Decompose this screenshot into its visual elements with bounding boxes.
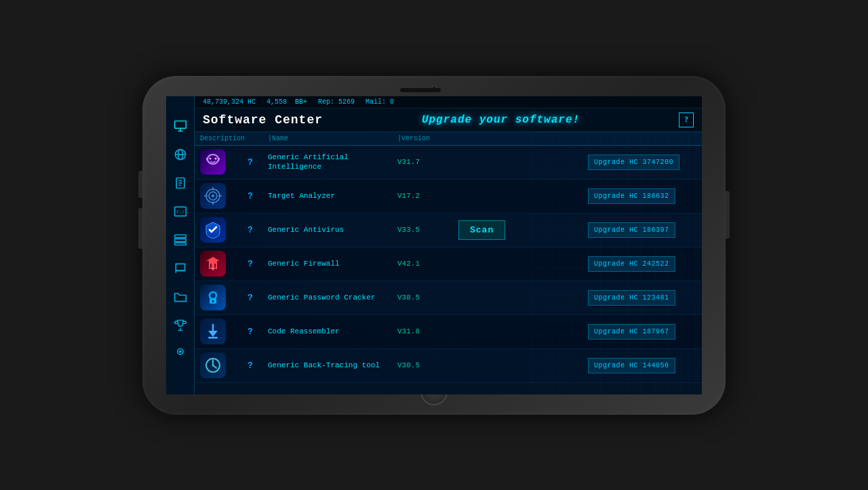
svg-point-20 xyxy=(215,158,217,160)
bb-balance: 4,558 BB+ xyxy=(267,98,307,106)
help-icon-firewall[interactable]: ? xyxy=(248,258,268,270)
software-table: Description |Name |Version xyxy=(195,132,702,394)
table-header: Description |Name |Version xyxy=(195,132,702,146)
upgrade-col-password: Upgrade HC 123481 xyxy=(588,290,696,306)
phone-frame: C:/ 48,739,324 HC 4,558 BB+ Rep: 5269 Ma… xyxy=(142,76,726,415)
chat-icon[interactable] xyxy=(171,259,190,278)
col-upgrade xyxy=(588,135,696,142)
table-row: ? Generic Firewall V42.1 Upgrade HC 2425… xyxy=(195,247,702,281)
software-icon-firewall xyxy=(200,251,226,277)
software-name-backtrace: Generic Back-Tracing tool xyxy=(268,361,397,370)
table-row: ? Target Analyzer V17.2 Upgrade HC 18663… xyxy=(195,180,702,213)
software-version-backtrace: V30.5 xyxy=(397,361,458,369)
scan-button-antivirus[interactable]: Scan xyxy=(458,220,505,240)
status-bar: 48,739,324 HC 4,558 BB+ Rep: 5269 Mail: … xyxy=(195,96,702,108)
mail-value: Mail: 0 xyxy=(366,98,394,106)
header-tagline: Upgrade your software! xyxy=(422,114,580,126)
upgrade-button-ai[interactable]: Upgrade HC 3747200 xyxy=(588,155,679,170)
upgrade-col-antivirus: Upgrade HC 186397 xyxy=(588,222,696,238)
svg-rect-0 xyxy=(174,121,186,128)
software-name-reassembler: Code Reassembler xyxy=(268,327,397,336)
help-icon-password[interactable]: ? xyxy=(248,291,268,304)
upgrade-button-backtrace[interactable]: Upgrade HC 144056 xyxy=(588,358,675,373)
svg-rect-12 xyxy=(174,234,186,237)
help-icon-reassembler[interactable]: ? xyxy=(248,325,268,338)
table-row: ? Generic Back-Tracing tool V30.5 Upgrad… xyxy=(195,349,702,383)
software-version-password: V38.5 xyxy=(397,293,458,302)
upgrade-col-reassembler: Upgrade HC 187967 xyxy=(588,324,696,340)
upgrade-button-antivirus[interactable]: Upgrade HC 186397 xyxy=(588,222,675,238)
globe-icon[interactable] xyxy=(171,145,190,164)
upgrade-col-backtrace: Upgrade HC 144056 xyxy=(588,358,696,373)
action-col-antivirus: Scan xyxy=(458,220,588,240)
software-version-antivirus: V33.5 xyxy=(397,226,458,234)
table-row: ? Code Reassembler V31.8 Upgrade HC 1879… xyxy=(195,315,702,349)
svg-rect-34 xyxy=(212,300,214,302)
col-help xyxy=(248,135,268,142)
speaker xyxy=(400,88,441,92)
help-icon-ai[interactable]: ? xyxy=(248,156,268,168)
col-description: Description xyxy=(200,135,248,142)
help-icon-target[interactable]: ? xyxy=(248,190,268,202)
table-row: ? Generic Artificial Intelligence V31.7 … xyxy=(195,146,702,180)
col-name: |Name xyxy=(268,135,397,142)
rep-value: Rep: 5269 xyxy=(318,98,355,106)
help-icon-backtrace[interactable]: ? xyxy=(248,359,268,371)
col-version: |Version xyxy=(397,135,458,142)
software-name-firewall: Generic Firewall xyxy=(268,259,397,268)
svg-rect-14 xyxy=(174,243,186,245)
server-icon[interactable] xyxy=(171,230,190,249)
col-action xyxy=(458,135,588,142)
help-button[interactable]: ? xyxy=(679,113,694,127)
clipboard-icon[interactable] xyxy=(171,173,190,192)
terminal-icon[interactable]: C:/ xyxy=(171,202,190,221)
svg-point-41 xyxy=(212,365,214,367)
upgrade-button-password[interactable]: Upgrade HC 123481 xyxy=(588,290,675,306)
software-name-ai: Generic Artificial Intelligence xyxy=(268,152,397,172)
svg-point-19 xyxy=(210,158,212,160)
hacker-icon[interactable] xyxy=(171,344,190,363)
software-icon-target xyxy=(200,183,226,209)
table-row: ? Generic Password Cracker V38.5 Upgrade… xyxy=(195,281,702,315)
software-name-antivirus: Generic Antivirus xyxy=(268,225,397,234)
upgrade-col-target: Upgrade HC 186632 xyxy=(588,188,696,204)
software-version-reassembler: V31.8 xyxy=(397,327,458,335)
software-icon-backtrace xyxy=(200,352,226,378)
software-rows: ? Generic Artificial Intelligence V31.7 … xyxy=(195,146,702,383)
volume-up-button[interactable] xyxy=(138,171,142,198)
software-version-target: V17.2 xyxy=(397,192,458,200)
upgrade-col-firewall: Upgrade HC 242522 xyxy=(588,256,696,272)
upgrade-col-ai: Upgrade HC 3747200 xyxy=(588,155,696,170)
software-name-target: Target Analyzer xyxy=(268,191,397,201)
header: Software Center Upgrade your software! ? xyxy=(195,108,702,132)
svg-rect-31 xyxy=(201,285,225,310)
software-icon-password xyxy=(200,285,226,310)
svg-rect-36 xyxy=(208,337,218,339)
trophy-icon[interactable] xyxy=(171,316,190,335)
software-version-ai: V31.7 xyxy=(397,158,458,166)
hc-balance: 48,739,324 HC xyxy=(203,98,256,106)
page-title: Software Center xyxy=(203,113,323,127)
software-name-password: Generic Password Cracker xyxy=(268,293,397,302)
main-content: 48,739,324 HC 4,558 BB+ Rep: 5269 Mail: … xyxy=(195,96,702,394)
upgrade-button-target[interactable]: Upgrade HC 186632 xyxy=(588,188,675,204)
volume-down-button[interactable] xyxy=(138,208,142,249)
screen: C:/ 48,739,324 HC 4,558 BB+ Rep: 5269 Ma… xyxy=(166,96,702,394)
power-button[interactable] xyxy=(726,191,730,239)
help-icon-antivirus[interactable]: ? xyxy=(248,224,268,236)
monitor-icon[interactable] xyxy=(171,117,190,136)
software-icon-reassembler xyxy=(200,319,226,344)
software-icon-antivirus xyxy=(200,217,226,243)
svg-text:C:/: C:/ xyxy=(176,209,184,215)
svg-rect-13 xyxy=(174,239,186,241)
table-row: ? Generic Antivirus V33.5 Scan Upgrade H… xyxy=(195,213,702,247)
upgrade-button-firewall[interactable]: Upgrade HC 242522 xyxy=(588,256,675,272)
software-version-firewall: V42.1 xyxy=(397,260,458,268)
svg-rect-16 xyxy=(179,350,181,352)
svg-point-24 xyxy=(212,195,214,197)
software-icon-ai xyxy=(200,149,226,175)
folder-icon[interactable] xyxy=(171,287,190,306)
sidebar: C:/ xyxy=(166,96,195,394)
upgrade-button-reassembler[interactable]: Upgrade HC 187967 xyxy=(588,324,675,340)
